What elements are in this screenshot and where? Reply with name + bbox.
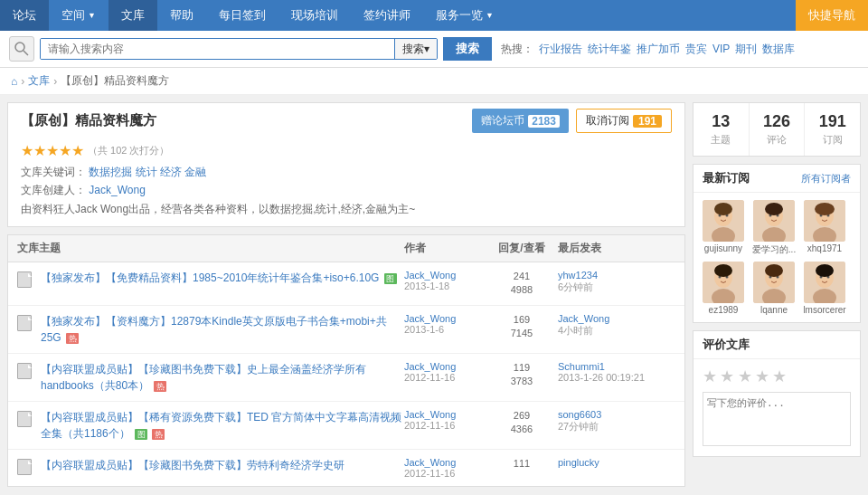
hot-tag-vip2[interactable]: 贵宾 (685, 42, 707, 57)
avatar-item-3[interactable]: xhq1971 (802, 200, 847, 256)
nav-item-service[interactable]: 服务一览 ▼ (423, 0, 506, 31)
stat-comments: 126 评论 (750, 103, 806, 156)
pic-badge: 图 (135, 429, 147, 440)
author-link[interactable]: Jack_Wong (404, 270, 456, 281)
doc-icon (17, 363, 32, 379)
hot-tag-vip[interactable]: VIP (712, 43, 730, 55)
rating-row: ★ ★ ★ ★ ★ （共 102 次打分） (21, 142, 672, 159)
avatar-item-4[interactable]: ez1989 (701, 262, 746, 315)
search-button[interactable]: 搜索 (443, 37, 492, 61)
main-layout: 【原创】精品资料魔方 赠论坛币 2183 取消订阅 191 ★ ★ ★ ★ (0, 95, 868, 494)
stat-themes-num: 13 (697, 112, 745, 131)
last-user-link[interactable]: song6603 (558, 409, 601, 420)
author-link[interactable]: Jack_Wong (404, 313, 456, 324)
row-title-link[interactable]: 【内容联盟成员贴】【稀有资源免费下载】TED 官方简体中文字幕高清视频全集（共1… (41, 411, 401, 440)
nav-item-library[interactable]: 文库 (108, 0, 157, 31)
nav-item-forum[interactable]: 论坛 (0, 0, 49, 31)
avatar-face-3 (804, 200, 845, 242)
row-title-link[interactable]: 【内容联盟成员贴】【珍藏图书免费下载】劳特利奇经济学史研 (41, 459, 344, 471)
last-user-link[interactable]: pinglucky (558, 457, 599, 468)
col-last-cell: song6603 27分钟前 (558, 409, 675, 433)
rating-star3[interactable]: ★ (738, 367, 752, 386)
subscribers-header: 最新订阅 所有订阅者 (693, 165, 860, 193)
keyword-finance[interactable]: 金融 (184, 166, 206, 178)
nav-item-training[interactable]: 现场培训 (278, 0, 351, 31)
col-author-cell: Jack_Wong 2012-11-16 (404, 409, 486, 431)
donate-num: 2183 (528, 115, 560, 128)
unsubscribe-button[interactable]: 取消订阅 191 (576, 109, 672, 133)
donate-button[interactable]: 赠论坛币 2183 (472, 109, 569, 133)
subscribers-title: 最新订阅 (703, 170, 750, 186)
search-bar: 搜索▾ 搜索 热搜： 行业报告 统计年鉴 推广加币 贵宾 VIP 期刊 数据库 (0, 31, 868, 68)
svg-point-13 (765, 203, 783, 215)
rating-star4[interactable]: ★ (755, 367, 769, 386)
hot-tag-industry[interactable]: 行业报告 (539, 42, 582, 57)
avatar-item-1[interactable]: gujisunny (701, 200, 746, 256)
keyword-economy[interactable]: 经济 (160, 166, 182, 178)
rating-star1[interactable]: ★ (703, 367, 717, 386)
row-title-link[interactable]: 【独家发布】【免费精品资料】1985~2010年统计年鉴合集+iso+6.10G (41, 271, 379, 284)
last-user-link[interactable]: yhw1234 (558, 270, 598, 281)
hot-tag-database[interactable]: 数据库 (762, 42, 795, 57)
search-type-dropdown[interactable]: 搜索▾ (394, 39, 437, 59)
chevron-down-icon: ▼ (486, 11, 494, 20)
search-input[interactable] (41, 39, 394, 59)
avatar-img-3 (804, 200, 845, 242)
avatar-item-2[interactable]: 爱学习的... (751, 200, 797, 256)
row-icon (17, 363, 35, 382)
author-link[interactable]: Jack_Wong (404, 361, 456, 372)
avatar-item-6[interactable]: lmsorcerer (802, 262, 847, 315)
rating-section: 评价文库 ★ ★ ★ ★ ★ (693, 330, 861, 457)
creator-link[interactable]: Jack_Wong (89, 184, 145, 196)
hot-tag-journal[interactable]: 期刊 (735, 42, 757, 57)
col-author-cell: Jack_Wong 2012-11-16 (404, 361, 486, 383)
hot-tag-promotion[interactable]: 推广加币 (637, 42, 680, 57)
nav-item-signin[interactable]: 每日签到 (206, 0, 278, 31)
home-icon[interactable]: ⌂ (11, 75, 17, 88)
breadcrumb-library[interactable]: 文库 (28, 73, 50, 89)
stat-comments-label: 评论 (753, 133, 801, 147)
rating-textarea[interactable] (703, 392, 851, 446)
doc-icon (17, 271, 32, 288)
row-title-link[interactable]: 【独家发布】【资料魔方】12879本Kindle英文原版电子书合集+mobi+共… (41, 315, 387, 344)
keyword-datamining[interactable]: 数据挖掘 (89, 166, 132, 178)
row-title-area: 【独家发布】【资料魔方】12879本Kindle英文原版电子书合集+mobi+共… (41, 313, 404, 346)
rating-star5[interactable]: ★ (772, 367, 787, 386)
hot-search-area: 热搜： 行业报告 统计年鉴 推广加币 贵宾 VIP 期刊 数据库 (501, 42, 795, 57)
stat-themes: 13 主题 (693, 103, 750, 156)
hot-tag-yearbook[interactable]: 统计年鉴 (588, 42, 631, 57)
quick-nav-button[interactable]: 快捷导航 (796, 0, 868, 31)
col-reply-cell: 1697145 (486, 313, 558, 341)
star2[interactable]: ★ (33, 142, 46, 159)
author-link[interactable]: Jack_Wong (404, 457, 456, 468)
avatar-item-5[interactable]: lqanne (751, 262, 797, 315)
star4[interactable]: ★ (59, 142, 71, 159)
col-reply-cell: 2414988 (486, 270, 558, 298)
star5[interactable]: ★ (71, 142, 84, 159)
keyword-statistics[interactable]: 统计 (136, 166, 157, 178)
nav-item-lecturer[interactable]: 签约讲师 (351, 0, 423, 31)
avatar-face-5 (753, 262, 795, 303)
star1[interactable]: ★ (21, 142, 33, 159)
last-user-link[interactable]: Jack_Wong (558, 313, 609, 324)
hot-badge: 热 (154, 381, 166, 392)
avatar-label-3: xhq1971 (802, 243, 847, 253)
rating-star2[interactable]: ★ (720, 367, 734, 386)
avatar-label-4: ez1989 (701, 305, 746, 315)
keywords-row: 文库关键词： 数据挖掘 统计 经济 金融 (21, 165, 672, 180)
hot-label: 热搜： (501, 42, 533, 57)
last-user-link[interactable]: Schummi1 (558, 361, 605, 372)
col-author-cell: Jack_Wong 2012-11-16 (404, 457, 486, 479)
nav-item-space[interactable]: 空间 ▼ (49, 0, 108, 31)
col-last-cell: Jack_Wong 4小时前 (558, 313, 675, 338)
star3[interactable]: ★ (46, 142, 59, 159)
row-title-link[interactable]: 【内容联盟成员贴】【珍藏图书免费下载】史上最全涵盖经济学所有handbooks（… (41, 363, 366, 392)
all-subscribers-link[interactable]: 所有订阅者 (801, 172, 851, 186)
nav-item-help[interactable]: 帮助 (157, 0, 206, 31)
avatar-face-4 (703, 262, 744, 303)
svg-point-7 (714, 203, 732, 215)
col-last-header: 最后发表 (558, 241, 675, 256)
author-link[interactable]: Jack_Wong (404, 409, 456, 420)
breadcrumb-sep1: › (21, 75, 24, 88)
lib-desc: 由资料狂人Jack Wong出品，经营各类各种资料，以数据挖掘,统计,经济,金融… (21, 202, 672, 217)
